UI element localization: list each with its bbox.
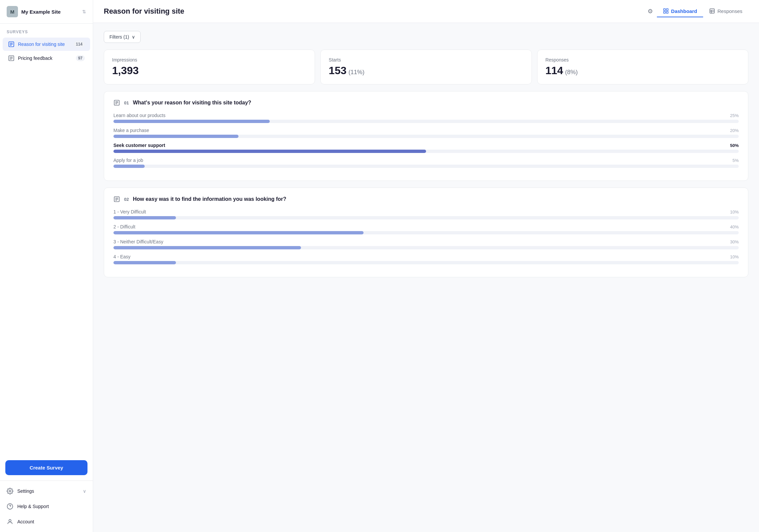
account-icon: [7, 518, 13, 525]
question-text: What's your reason for visiting this sit…: [133, 100, 251, 106]
page-settings-icon[interactable]: ⚙: [648, 8, 653, 15]
stat-pct-starts: (11%): [349, 69, 365, 75]
sidebar-item-help[interactable]: Help & Support: [0, 499, 93, 514]
chevron-icon: ⇅: [82, 9, 86, 14]
bar-track: [113, 120, 739, 123]
survey-item-badge: 114: [74, 41, 85, 47]
tab-nav: Dashboard Responses: [657, 5, 748, 17]
questions-container: 01 What's your reason for visiting this …: [104, 91, 748, 284]
bar-track: [113, 165, 739, 168]
filter-chevron-icon: ∨: [132, 34, 135, 40]
main-content: Reason for visiting site ⚙ Dashboard Res…: [93, 0, 759, 532]
topbar: Reason for visiting site ⚙ Dashboard Res…: [93, 0, 759, 23]
content-area: Filters (1) ∨ Impressions 1,393 Starts 1…: [93, 23, 759, 532]
sidebar-item-settings[interactable]: Settings ∨: [0, 483, 93, 499]
survey-icon: [8, 41, 15, 48]
question-header: 02 How easy was it to find the informati…: [113, 196, 739, 202]
bar-track: [113, 150, 739, 153]
bar-row: 4 - Easy 10%: [113, 254, 739, 264]
bar-row: Seek customer support 50%: [113, 143, 739, 153]
bar-pct: 40%: [730, 224, 739, 229]
bar-row: 3 - Neither Difficult/Easy 30%: [113, 239, 739, 249]
stat-value-responses: 114(8%): [545, 65, 740, 77]
avatar: M: [7, 6, 18, 17]
filter-label: Filters (1): [109, 34, 129, 40]
sidebar-bottom: Settings ∨ Help & Support Account: [0, 480, 93, 532]
bar-label: Learn about our products: [113, 113, 165, 118]
bar-track: [113, 135, 739, 138]
svg-point-8: [9, 490, 11, 492]
sidebar-survey-pricing[interactable]: Pricing feedback 97: [3, 52, 90, 65]
bar-label: Seek customer support: [113, 143, 165, 148]
sidebar-item-account[interactable]: Account: [0, 514, 93, 529]
svg-rect-14: [664, 12, 665, 13]
tab-responses-label: Responses: [717, 8, 742, 14]
bar-label: 1 - Very Difficult: [113, 209, 146, 214]
question-card-q1: 01 What's your reason for visiting this …: [104, 91, 748, 181]
bar-fill: [113, 150, 426, 153]
bar-track: [113, 261, 739, 264]
page-title: Reason for visiting site: [104, 7, 641, 16]
bar-row: 1 - Very Difficult 10%: [113, 209, 739, 219]
filter-button[interactable]: Filters (1) ∨: [104, 31, 141, 43]
svg-rect-15: [666, 12, 668, 13]
bar-label: 4 - Easy: [113, 254, 130, 259]
svg-rect-12: [664, 9, 665, 10]
bar-fill: [113, 261, 176, 264]
bar-fill: [113, 135, 238, 138]
bar-row: Learn about our products 25%: [113, 113, 739, 123]
survey-icon: [8, 55, 15, 62]
tab-dashboard-label: Dashboard: [671, 8, 697, 14]
settings-icon: [7, 488, 13, 494]
tab-dashboard[interactable]: Dashboard: [657, 5, 703, 17]
bar-pct: 5%: [732, 158, 739, 163]
bar-row: Make a purchase 20%: [113, 128, 739, 138]
settings-label: Settings: [17, 488, 79, 494]
site-selector[interactable]: M My Example Site ⇅: [0, 0, 93, 24]
create-survey-button[interactable]: Create Survey: [5, 460, 87, 475]
stat-label-responses: Responses: [545, 57, 740, 63]
question-text: How easy was it to find the information …: [133, 196, 286, 202]
dashboard-tab-icon: [663, 8, 669, 14]
bar-label: 3 - Neither Difficult/Easy: [113, 239, 163, 244]
question-card-q2: 02 How easy was it to find the informati…: [104, 188, 748, 277]
question-icon: [113, 99, 120, 106]
stat-label-starts: Starts: [329, 57, 523, 63]
bar-fill: [113, 120, 270, 123]
bar-fill: [113, 246, 301, 249]
bar-pct: 10%: [730, 254, 739, 259]
question-header: 01 What's your reason for visiting this …: [113, 99, 739, 106]
stat-card-responses: Responses 114(8%): [537, 50, 748, 84]
bar-label: 2 - Difficult: [113, 224, 135, 229]
bar-pct: 30%: [730, 239, 739, 244]
bar-fill: [113, 216, 176, 219]
bar-fill: [113, 231, 364, 234]
sidebar-survey-reason[interactable]: Reason for visiting site 114: [3, 38, 90, 51]
survey-list: Reason for visiting site 114 Pricing fee…: [0, 37, 93, 66]
bar-pct: 20%: [730, 128, 739, 133]
tab-responses[interactable]: Responses: [703, 5, 748, 17]
question-num: 01: [124, 100, 129, 105]
stat-pct-responses: (8%): [565, 69, 578, 75]
stat-label-impressions: Impressions: [112, 57, 307, 63]
stats-row: Impressions 1,393 Starts 153(11%) Respon…: [104, 50, 748, 84]
bar-track: [113, 216, 739, 219]
help-label: Help & Support: [17, 504, 86, 509]
bar-track: [113, 231, 739, 234]
site-name: My Example Site: [21, 9, 79, 15]
survey-item-label: Reason for visiting site: [18, 42, 70, 47]
sidebar: M My Example Site ⇅ Surveys Reason for v…: [0, 0, 93, 532]
question-icon: [113, 196, 120, 202]
settings-chevron-icon: ∨: [83, 488, 86, 494]
responses-tab-icon: [709, 8, 715, 14]
bar-fill: [113, 165, 145, 168]
stat-card-impressions: Impressions 1,393: [104, 50, 315, 84]
svg-rect-16: [710, 9, 714, 13]
bar-track: [113, 246, 739, 249]
svg-point-11: [9, 519, 11, 522]
bar-pct: 25%: [730, 113, 739, 118]
question-num: 02: [124, 197, 129, 202]
filter-bar: Filters (1) ∨: [104, 31, 748, 43]
bar-row: 2 - Difficult 40%: [113, 224, 739, 234]
help-icon: [7, 503, 13, 510]
